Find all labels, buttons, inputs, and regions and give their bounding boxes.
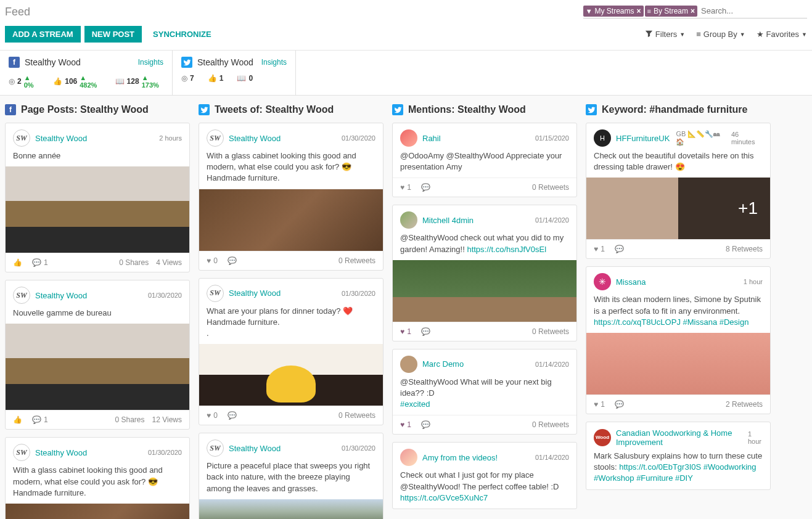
- heart-icon[interactable]: ♥ 1: [594, 400, 605, 409]
- post-body: Picture a peaceful place that sweeps you…: [199, 460, 383, 499]
- author-link[interactable]: Canadian Woodworking & Home Improvement: [616, 428, 743, 447]
- retweets-count: 8 Retweets: [726, 245, 763, 253]
- search-input[interactable]: [699, 5, 807, 17]
- post-image[interactable]: [199, 189, 383, 251]
- shares-count: 0 Shares: [119, 258, 149, 267]
- like-icon[interactable]: 👍: [13, 258, 22, 267]
- metric-likes: 👍 1: [208, 74, 224, 83]
- post-image[interactable]: [6, 166, 189, 253]
- avatar: [400, 129, 417, 147]
- link[interactable]: https://t.co/GVce5XuNc7: [400, 493, 488, 502]
- funnel-icon: [645, 30, 653, 39]
- post-card[interactable]: Amy from the videos! 01/14/2020 Check ou…: [392, 442, 577, 509]
- retweets-count: 2 Retweets: [726, 400, 763, 409]
- link[interactable]: https://t.co/xqT8UcLOPJ #Missana #Design: [594, 317, 748, 327]
- comment-icon[interactable]: 💬: [615, 400, 624, 409]
- new-post-button[interactable]: NEW POST: [84, 26, 142, 43]
- comment-icon[interactable]: 💬: [228, 411, 237, 420]
- heart-icon[interactable]: ♥ 0: [207, 411, 218, 420]
- post-body: @StealthyWood check out what you did to …: [393, 232, 576, 260]
- author-link[interactable]: Stealthy Wood: [229, 288, 281, 298]
- post-card[interactable]: SW Stealthy Wood 2 hours Bonne année 👍 💬…: [5, 123, 190, 272]
- twitter-icon: [181, 57, 192, 68]
- post-card[interactable]: SW Stealthy Wood 01/30/2020 Nouvelle gam…: [5, 280, 190, 430]
- comment-icon[interactable]: 💬 1: [32, 258, 48, 267]
- post-card[interactable]: SW Stealthy Wood 01/30/2020 What are you…: [199, 278, 383, 426]
- close-icon[interactable]: ×: [691, 7, 695, 15]
- favorites-dropdown[interactable]: ★ Favorites ▼: [757, 30, 807, 39]
- groupby-dropdown[interactable]: ≡ Group By ▼: [696, 30, 745, 39]
- author-link[interactable]: Mitchell 4dmin: [422, 216, 474, 225]
- avatar: SW: [13, 444, 30, 461]
- author-link[interactable]: Amy from the videos!: [422, 453, 498, 462]
- insights-link[interactable]: Insights: [138, 58, 163, 67]
- avatar: H: [594, 129, 611, 147]
- author-link[interactable]: Stealthy Wood: [229, 134, 281, 143]
- post-body: Check out what I just got for my place @…: [393, 470, 576, 509]
- post-image[interactable]: [586, 333, 770, 394]
- stats-account-name: Stealthy Wood: [197, 57, 253, 67]
- heart-icon[interactable]: ♥ 1: [594, 245, 605, 253]
- stats-card-fb: f Stealthy Wood Insights ◎ 2 ▲ 0% 👍 106 …: [0, 51, 173, 95]
- post-image[interactable]: [6, 324, 189, 410]
- post-image[interactable]: [393, 260, 576, 322]
- post-card[interactable]: Missana 1 hour With its clean modern lin…: [586, 266, 771, 414]
- author-link[interactable]: Marc Demo: [422, 359, 464, 369]
- more-overlay[interactable]: +1: [738, 198, 758, 218]
- stream-column: Tweets of: Stealthy Wood SW Stealthy Woo…: [199, 104, 383, 519]
- post-image[interactable]: [199, 344, 383, 406]
- link[interactable]: #excited: [400, 399, 430, 409]
- author-link[interactable]: HFFurnitureUK: [616, 134, 670, 143]
- timestamp: 1 hour: [748, 430, 763, 445]
- post-card[interactable]: Wood Canadian Woodworking & Home Improve…: [586, 422, 771, 490]
- heart-icon[interactable]: ♥ 1: [400, 327, 411, 336]
- comment-icon[interactable]: 💬: [615, 245, 624, 253]
- add-stream-button[interactable]: ADD A STREAM: [5, 26, 81, 43]
- comment-icon[interactable]: 💬: [228, 256, 237, 265]
- comment-icon[interactable]: 💬: [421, 420, 430, 429]
- post-card[interactable]: Mitchell 4dmin 01/14/2020 @StealthyWood …: [392, 205, 577, 341]
- avatar: SW: [13, 287, 30, 304]
- twitter-icon: [392, 104, 403, 115]
- author-link[interactable]: Stealthy Wood: [229, 444, 281, 453]
- close-icon[interactable]: ×: [637, 7, 641, 15]
- avatar: SW: [207, 285, 224, 302]
- post-body: Check out the beautiful dovetails here o…: [586, 150, 770, 178]
- heart-icon[interactable]: ♥ 1: [400, 183, 411, 192]
- page-title: Feed: [5, 6, 30, 18]
- filters-dropdown[interactable]: Filters ▼: [645, 30, 685, 39]
- post-card[interactable]: SW Stealthy Wood 01/30/2020 Picture a pe…: [199, 433, 383, 519]
- post-image[interactable]: [199, 499, 383, 519]
- post-body: With a glass cabinet looking this good a…: [6, 465, 189, 504]
- timestamp: 01/14/2020: [535, 361, 569, 368]
- author-link[interactable]: Stealthy Wood: [35, 291, 87, 300]
- like-icon[interactable]: 👍: [13, 415, 22, 424]
- filter-chip-bystream[interactable]: ≡ By Stream ×: [645, 6, 697, 17]
- star-icon: ★: [757, 30, 764, 39]
- post-image[interactable]: +1: [586, 178, 770, 239]
- author-link[interactable]: Stealthy Wood: [35, 134, 87, 143]
- synchronize-button[interactable]: SYNCHRONIZE: [146, 26, 219, 43]
- heart-icon[interactable]: ♥ 0: [207, 256, 218, 265]
- twitter-icon: [586, 104, 597, 115]
- avatar: SW: [13, 129, 30, 147]
- post-body: Nouvelle gamme de bureau: [6, 308, 189, 324]
- comment-icon[interactable]: 💬 1: [32, 415, 48, 424]
- post-card[interactable]: H HFFurnitureUK GB 📐📏🔧🏘🏠 46 minutes Chec…: [586, 123, 771, 259]
- link[interactable]: https://t.co/hsnJfV0sEl: [467, 245, 546, 254]
- comment-icon[interactable]: 💬: [421, 327, 430, 336]
- post-card[interactable]: SW Stealthy Wood 01/30/2020 With a glass…: [199, 123, 383, 271]
- comment-icon[interactable]: 💬: [421, 183, 430, 192]
- author-link[interactable]: Missana: [616, 277, 646, 287]
- avatar: [594, 273, 611, 290]
- author-link[interactable]: Rahil: [422, 134, 441, 143]
- insights-link[interactable]: Insights: [261, 58, 287, 67]
- filter-chip-streams[interactable]: ▼ My Streams ×: [583, 6, 644, 17]
- post-card[interactable]: SW Stealthy Wood 01/30/2020 With a glass…: [5, 437, 190, 519]
- stream-column: Keyword: #handmade furniture H HFFurnitu…: [586, 104, 771, 497]
- author-link[interactable]: Stealthy Wood: [35, 448, 87, 457]
- post-card[interactable]: Marc Demo 01/14/2020 @StealthyWood What …: [392, 349, 577, 435]
- heart-icon[interactable]: ♥ 1: [400, 420, 411, 429]
- post-image[interactable]: [6, 504, 189, 519]
- post-card[interactable]: Rahil 01/15/2020 @OdooAmy @StealthyWood …: [392, 123, 577, 197]
